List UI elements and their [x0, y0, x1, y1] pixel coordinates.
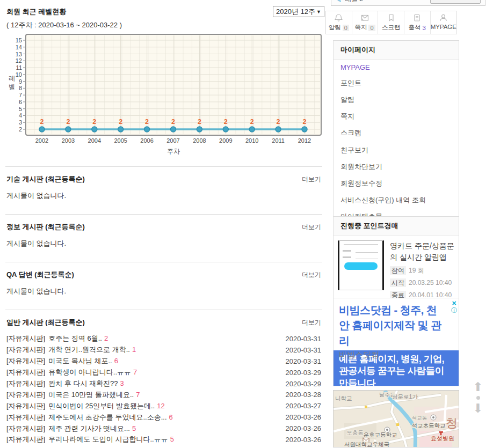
mypage-menu: MYPAGE포인트알림쪽지스크랩친구보기회원차단보기회원정보수정서비스신청(구입… — [334, 60, 459, 242]
post-category: [자유게시판] — [6, 346, 45, 354]
quickbar-label: 알림 — [329, 24, 341, 32]
sidebar-item-2[interactable]: 알림 — [334, 91, 459, 108]
board-section: 기술 게시판 (최근등록순)더보기게시물이 없습니다. — [5, 166, 322, 214]
quickbar-note[interactable]: 쪽지0 — [352, 11, 378, 34]
post-link[interactable]: [자유게시판]미국은 10만명 돌파했네요..7 — [6, 390, 140, 400]
sidebar-item-1[interactable]: 포인트 — [334, 75, 459, 91]
quickbar-attendance[interactable]: 출석3 — [404, 11, 430, 34]
post-title: 제주도에서 초강수를 두었네요..소송... — [48, 413, 166, 421]
profile-button[interactable] — [430, 0, 481, 4]
post-date: 2020-03-31 — [286, 335, 322, 343]
more-button[interactable]: 더보기 — [302, 223, 321, 232]
quickbar-bell[interactable]: 알림0 — [326, 11, 352, 34]
svg-text:9: 9 — [19, 78, 22, 85]
post-category: [자유게시판] — [6, 357, 45, 365]
post-link[interactable]: [자유게시판]호주는 징역 6월..2 — [6, 334, 108, 343]
post-row[interactable]: [자유게시판]제주도에서 초강수를 두었네요..소송...62020-03-26 — [6, 412, 321, 423]
sidebar-item-8[interactable]: 서비스신청(구입) 내역 조회 — [334, 192, 459, 209]
more-button[interactable]: 더보기 — [302, 270, 321, 280]
post-row[interactable]: [자유게시판]미국도 목사님 체포..62020-03-31 — [6, 356, 321, 367]
map-place-label: 운호고등학교 — [364, 431, 397, 438]
post-link[interactable]: [자유게시판]완치 후 다시 재확진??3 — [6, 379, 124, 388]
main-column: 회원 최근 레벨현황 2020년 12주 ▼ ( 12주차 : 2020-03-… — [5, 0, 324, 18]
auction-thumbnail[interactable] — [338, 240, 384, 290]
post-row[interactable]: [자유게시판]호주는 징역 6월..22020-03-31 — [6, 333, 321, 344]
quickbar-bookmark[interactable]: 스크랩 — [378, 11, 404, 34]
map-widget[interactable]: 남주동남문로1가니학교석교동청석교초등학교모충동운호고등학교효성병원서원대학교우… — [333, 390, 459, 447]
ad-info-icon[interactable]: ⓘ — [451, 307, 457, 313]
auction-stat-value: 20.03.25 10:40 — [409, 279, 452, 287]
quickbar: 알림0쪽지0스크랩출석3MYPAGE — [325, 11, 457, 34]
scroll-up-icon[interactable]: ⬆ — [468, 381, 488, 393]
post-date: 2020-03-31 — [286, 357, 322, 365]
ad-close-icon[interactable]: × — [451, 299, 457, 307]
scroll-dot-icon — [476, 396, 480, 400]
board-section-header: 정보 게시판 (최근등록순)더보기 — [5, 223, 322, 231]
ad-advertiser: 비빔스닷컴 — [339, 350, 446, 360]
sidebar-item-7[interactable]: 회원정보수정 — [334, 175, 459, 192]
sidebar-item-mypage[interactable]: MYPAGE — [334, 60, 459, 75]
post-row[interactable]: [자유게시판]민식이법이 25일부터 발효됐는데..122020-03-27 — [6, 400, 321, 412]
post-comment-count: 3 — [120, 379, 124, 387]
level-status-header: 회원 최근 레벨현황 2020년 12주 ▼ — [5, 0, 324, 18]
svg-text:2005: 2005 — [114, 137, 127, 144]
post-date: 2020-03-29 — [286, 369, 322, 377]
post-link[interactable]: [자유게시판]유학생이 아니랍니다..ㅠㅠ7 — [6, 368, 137, 377]
quickbar-label: 출석 — [409, 24, 421, 32]
more-button[interactable]: 더보기 — [302, 175, 321, 184]
post-row[interactable]: [자유게시판]우리나라에도 도입이 시급합니다..ㅠㅠ52020-03-26 — [6, 434, 321, 445]
sidebar-item-5[interactable]: 친구보기 — [334, 142, 459, 158]
level-status-title: 회원 최근 레벨현황 — [6, 7, 66, 17]
post-link[interactable]: [자유게시판]우리나라에도 도입이 시급합니다..ㅠㅠ5 — [6, 435, 174, 444]
post-link[interactable]: [자유게시판]민식이법이 25일부터 발효됐는데..12 — [6, 401, 165, 411]
post-row[interactable]: [자유게시판]완치 후 다시 재확진??32020-03-29 — [6, 378, 321, 390]
quickbar-person[interactable]: MYPAGE — [430, 11, 456, 34]
post-category: [자유게시판] — [6, 368, 45, 376]
post-row[interactable]: [자유게시판]유학생이 아니랍니다..ㅠㅠ72020-03-29 — [6, 367, 321, 378]
post-comment-count: 7 — [133, 368, 137, 376]
level-status-date-range: ( 12주차 : 2020-03-16 ~ 2020-03-22 ) — [6, 20, 122, 30]
quickbar-label: MYPAGE — [431, 24, 456, 30]
ad-headline[interactable]: 비빔스닷컴 - 청주, 천안 홈페이지제작 및 관리 — [339, 303, 446, 348]
board-section-title: 정보 게시판 (최근등록순) — [6, 222, 85, 232]
svg-text:2: 2 — [303, 118, 307, 126]
auction-stat-row: 참여19 회 — [390, 266, 454, 275]
svg-text:13: 13 — [16, 51, 22, 57]
board-sections: 기술 게시판 (최근등록순)더보기게시물이 없습니다.정보 게시판 (최근등록순… — [5, 166, 322, 448]
post-row[interactable]: [자유게시판]개학 연기..원격으로 개학..12020-03-31 — [6, 344, 321, 356]
post-title: 미국도 목사님 체포.. — [48, 357, 112, 365]
sidebar-item-3[interactable]: 쪽지 — [334, 108, 459, 125]
board-section-title: 일반 게시판 (최근등록순) — [6, 318, 85, 327]
post-link[interactable]: [자유게시판]제주도에서 초강수를 두었네요..소송...6 — [6, 413, 173, 422]
post-link[interactable]: [자유게시판]미국도 목사님 체포..6 — [6, 356, 118, 366]
sidebar-item-4[interactable]: 스크랩 — [334, 125, 459, 142]
scroll-down-icon[interactable]: ⬇ — [468, 402, 488, 415]
post-link[interactable]: [자유게시판]개학 연기..원격으로 개학..1 — [6, 345, 136, 355]
thumb-field-label — [343, 250, 351, 252]
profile-strip: ✎ 레벨 2 — [331, 0, 485, 6]
post-comment-count: 6 — [114, 357, 118, 365]
post-category: [자유게시판] — [6, 391, 45, 399]
post-list: [자유게시판]호주는 징역 6월..22020-03-31[자유게시판]개학 연… — [5, 333, 322, 448]
post-link[interactable]: [자유게시판]제주 관련 기사가 떳네요...5 — [6, 424, 136, 434]
post-row[interactable]: [자유게시판]제주 관련 기사가 떳네요...52020-03-26 — [6, 423, 321, 434]
school-icon — [431, 415, 436, 420]
map-place-label: 남문로1가 — [392, 393, 418, 400]
sidebar-item-6[interactable]: 회원차단보기 — [334, 158, 459, 175]
svg-text:2007: 2007 — [166, 137, 179, 144]
post-row[interactable]: [자유게시판]미국은 10만명 돌파했네요..72020-03-28 — [6, 389, 321, 400]
auction-item-title[interactable]: 영카트 주문/상품문의 실시간 알림앱 — [390, 240, 454, 263]
thumb-field-label — [343, 256, 351, 258]
map-yellow-marker — [396, 423, 399, 426]
svg-text:2: 2 — [277, 118, 280, 126]
svg-text:2002: 2002 — [35, 137, 48, 144]
svg-text:4: 4 — [19, 112, 22, 119]
post-date: 2020-03-29 — [286, 380, 322, 388]
svg-text:2006: 2006 — [140, 137, 153, 144]
svg-text:3: 3 — [19, 119, 22, 126]
period-select[interactable]: 2020년 12주 ▼ — [273, 6, 324, 17]
ad-box[interactable]: 비빔스닷컴 - 청주, 천안 홈페이지제작 및 관리 비빔스닷컴 × ⓘ 예쁜 … — [333, 298, 459, 386]
board-section-header: QA 답변 (최근등록순)더보기 — [5, 270, 322, 279]
svg-text:2: 2 — [92, 118, 96, 126]
more-button[interactable]: 더보기 — [302, 318, 321, 327]
